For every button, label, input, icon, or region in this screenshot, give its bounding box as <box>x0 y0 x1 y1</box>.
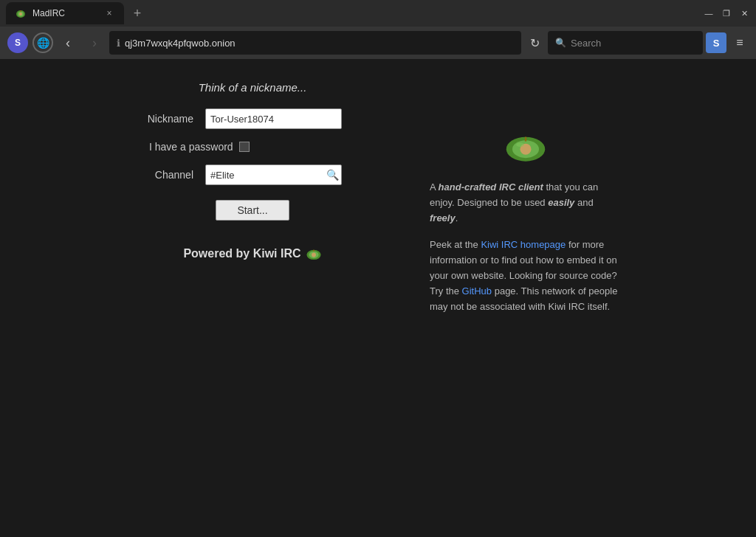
title-bar: MadIRC × + — ❐ ✕ <box>0 0 756 27</box>
powered-by-text: Powered by Kiwi IRC <box>183 247 300 260</box>
maximize-button[interactable]: ❐ <box>721 7 732 19</box>
search-icon: 🔍 <box>555 38 566 48</box>
tab-title: MadIRC <box>32 8 97 18</box>
info-icon: ℹ <box>117 38 120 49</box>
navigation-bar: S 🌐 ‹ › ℹ qj3m7wxqk4pfqwob.onion ↻ 🔍 Sea… <box>0 27 756 59</box>
back-button[interactable]: ‹ <box>56 31 80 55</box>
password-checkbox[interactable] <box>239 142 250 152</box>
info-p2-before: Peek at the <box>430 239 481 250</box>
globe-icon: 🌐 <box>32 32 53 53</box>
profile-circle: S <box>7 32 28 53</box>
svg-point-2 <box>19 13 22 15</box>
info-p1-bold3: freely <box>430 212 456 224</box>
channel-label: Channel <box>134 169 193 181</box>
window-controls: — ❐ ✕ <box>703 7 750 19</box>
kiwi-logo-area <box>430 125 622 165</box>
password-label: I have a password <box>149 141 233 153</box>
profile-avatar[interactable]: S <box>6 31 30 55</box>
active-tab[interactable]: MadIRC × <box>6 2 124 24</box>
address-url: qj3m7wxqk4pfqwob.onion <box>125 38 514 49</box>
info-p1-before: A <box>430 181 439 193</box>
info-paragraph-1: A hand-crafted IRC client that you can e… <box>430 180 622 226</box>
reload-button[interactable]: ↻ <box>524 32 545 53</box>
nickname-label: Nickname <box>134 113 193 125</box>
kiwi-logo-large-icon <box>504 125 548 162</box>
info-p1-after2: and <box>574 197 593 208</box>
kiwi-homepage-link[interactable]: Kiwi IRC homepage <box>481 239 566 250</box>
info-paragraph-2: Peek at the Kiwi IRC homepage for more i… <box>430 238 622 314</box>
forward-button[interactable]: › <box>83 31 106 55</box>
nickname-row: Nickname <box>134 108 371 129</box>
sync-button[interactable]: S <box>706 32 726 53</box>
info-panel: A hand-crafted IRC client that you can e… <box>430 81 622 326</box>
channel-row: Channel 🔍 <box>134 164 371 185</box>
form-title: Think of a nickname... <box>199 81 307 94</box>
channel-input[interactable] <box>205 164 342 185</box>
svg-point-12 <box>516 142 524 147</box>
close-window-button[interactable]: ✕ <box>738 7 750 19</box>
info-p1-bold1: hand-crafted IRC client <box>439 181 543 193</box>
info-p1-bold2: easily <box>548 197 574 208</box>
channel-search-icon[interactable]: 🔍 <box>326 169 339 181</box>
page-content: Think of a nickname... Nickname I have a… <box>0 59 756 537</box>
kiwi-logo-small-icon <box>306 247 322 260</box>
channel-input-wrapper: 🔍 <box>205 164 342 185</box>
main-layout: Think of a nickname... Nickname I have a… <box>83 81 673 326</box>
form-panel: Think of a nickname... Nickname I have a… <box>134 81 371 260</box>
github-link[interactable]: GitHub <box>462 285 492 297</box>
minimize-button[interactable]: — <box>703 7 715 19</box>
tab-favicon <box>15 7 27 19</box>
nickname-input[interactable] <box>205 108 342 129</box>
new-tab-button[interactable]: + <box>127 3 148 24</box>
powered-by: Powered by Kiwi IRC <box>183 247 321 260</box>
address-bar[interactable]: ℹ qj3m7wxqk4pfqwob.onion <box>109 31 521 55</box>
menu-button[interactable]: ≡ <box>729 32 750 53</box>
browser-chrome: MadIRC × + — ❐ ✕ S 🌐 ‹ › ℹ qj3m7wxqk4pfq… <box>0 0 756 59</box>
back-arrow-icon: ‹ <box>66 35 70 51</box>
search-placeholder-text: Search <box>571 38 601 49</box>
svg-point-6 <box>312 253 316 257</box>
info-p1-end: . <box>456 212 458 224</box>
search-bar[interactable]: 🔍 Search <box>548 31 703 55</box>
forward-arrow-icon: › <box>92 35 97 51</box>
start-button[interactable]: Start... <box>216 200 289 221</box>
tab-close-button[interactable]: × <box>103 8 115 18</box>
password-row: I have a password <box>149 141 250 153</box>
